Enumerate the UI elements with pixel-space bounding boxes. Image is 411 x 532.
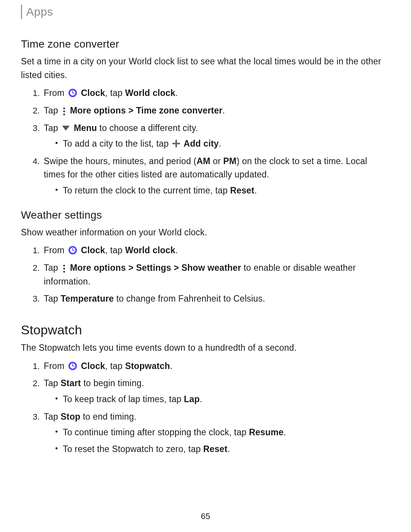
breadcrumb: Apps [21,0,390,18]
clock-icon [68,246,77,255]
menu-caret-icon [62,126,70,131]
more-options-icon [62,264,66,273]
text: To return the clock to the current time,… [63,185,230,195]
text: or [210,156,223,166]
am-label: AM [196,156,210,166]
tzc-label: Time zone converter [136,105,222,115]
substep: To reset the Stopwatch to zero, tap Rese… [55,443,390,456]
text: . [223,105,225,115]
step: Tap Menu to choose a different city. To … [42,121,390,151]
clock-icon [68,361,77,371]
reset-label: Reset [230,185,255,195]
text: Tap [44,294,61,304]
text: . [175,88,178,98]
world-clock-label: World clock [125,88,175,98]
more-options-label: More options [70,263,126,273]
text: Swipe the hours, minutes, and period ( [44,156,196,166]
step: Tap More options > Time zone converter. [42,104,390,118]
text: > [126,263,136,273]
steps-tzc: From Clock, tap World clock. Tap More op… [21,86,390,197]
text: . [170,361,173,371]
text: Tap [44,263,61,273]
text: to begin timing. [81,378,144,388]
clock-label: Clock [81,245,105,255]
text: Tap [44,412,61,422]
settings-label: Settings [136,263,171,273]
heading-ws: Weather settings [21,209,390,221]
text: . [284,427,286,437]
step: From Clock, tap World clock. [42,86,390,100]
text: to end timing. [80,412,136,422]
text: To reset the Stopwatch to zero, tap [63,444,203,454]
pm-label: PM [223,156,237,166]
clock-label: Clock [81,361,105,371]
stop-label: Stop [61,412,80,422]
text: To add a city to the list, tap [63,139,171,149]
step: Tap Temperature to change from Fahrenhei… [42,292,390,306]
substeps: To add a city to the list, tap Add city. [44,137,390,151]
text: . [254,185,257,195]
text: . [200,394,202,404]
more-options-icon [62,106,66,115]
text: . [175,245,178,255]
text: To keep track of lap times, tap [63,394,184,404]
step: Swipe the hours, minutes, and period (AM… [42,155,390,198]
section-time-zone-converter: Time zone converter Set a time in a city… [21,38,390,198]
text: . [219,139,221,149]
text: Tap [44,378,61,388]
substep: To return the clock to the current time,… [55,184,390,198]
clock-label: Clock [81,88,105,98]
step: From Clock, tap Stopwatch. [42,359,390,373]
add-city-label: Add city [184,139,219,149]
substeps: To return the clock to the current time,… [44,184,390,198]
heading-stopwatch: Stopwatch [21,323,390,337]
text: > [171,263,182,273]
reset-label: Reset [203,444,228,454]
substeps: To continue timing after stopping the cl… [44,426,390,456]
text: to change from Fahrenheit to Celsius. [114,294,265,304]
text: to choose a different city. [97,123,198,133]
intro-tzc: Set a time in a city on your World clock… [21,55,390,82]
text: From [44,361,67,371]
clock-icon [68,88,77,97]
substep: To add a city to the list, tap Add city. [55,137,390,151]
intro-ws: Show weather information on your World c… [21,226,390,240]
substep: To continue timing after stopping the cl… [55,426,390,439]
menu-label: Menu [74,123,97,133]
text: From [44,88,67,98]
page-number: 65 [0,511,411,521]
step: From Clock, tap World clock. [42,244,390,257]
temperature-label: Temperature [61,294,114,304]
text: . [228,444,230,454]
text: Tap [44,105,61,115]
text: From [44,245,67,255]
text: > [126,105,136,115]
start-label: Start [61,378,81,388]
step: Tap Stop to end timing. To continue timi… [42,410,390,456]
section-weather-settings: Weather settings Show weather informatio… [21,209,390,306]
text: To continue timing after stopping the cl… [63,427,249,437]
resume-label: Resume [249,427,284,437]
steps-sw: From Clock, tap Stopwatch. Tap Start to … [21,359,390,456]
text: , tap [105,361,125,371]
text: , tap [105,88,125,98]
text: , tap [105,245,125,255]
lap-label: Lap [184,394,200,404]
step: Tap Start to begin timing. To keep track… [42,377,390,406]
text: Tap [44,123,61,133]
plus-icon [172,140,180,147]
substep: To keep track of lap times, tap Lap. [55,393,390,406]
stopwatch-label: Stopwatch [125,361,170,371]
intro-sw: The Stopwatch lets you time events down … [21,341,390,355]
header-divider [21,5,22,19]
world-clock-label: World clock [125,245,175,255]
more-options-label: More options [70,105,126,115]
substeps: To keep track of lap times, tap Lap. [44,393,390,406]
section-stopwatch: Stopwatch The Stopwatch lets you time ev… [21,323,390,456]
show-weather-label: Show weather [182,263,241,273]
heading-tzc: Time zone converter [21,38,390,50]
steps-ws: From Clock, tap World clock. Tap More op… [21,244,390,306]
step: Tap More options > Settings > Show weath… [42,261,390,288]
